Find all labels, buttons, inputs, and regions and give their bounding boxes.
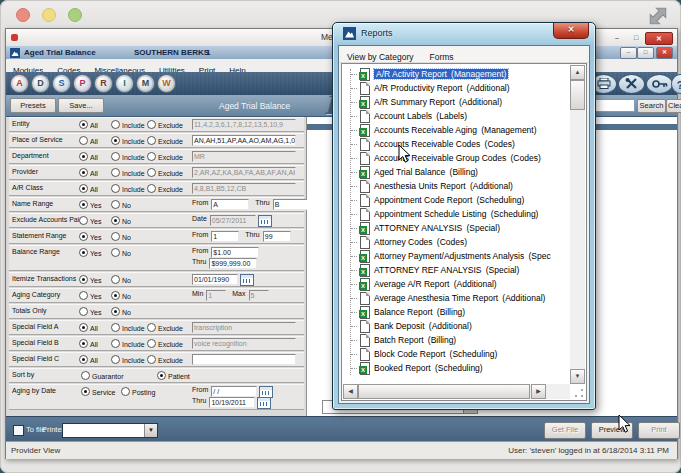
child-restore-button[interactable]: □ (637, 47, 654, 59)
radio-option-exclude[interactable]: Exclude (147, 184, 183, 193)
calendar-icon[interactable] (258, 215, 272, 227)
key-toolbar-button[interactable] (646, 74, 673, 94)
radio-unselected[interactable] (111, 323, 120, 332)
radio-option-include[interactable]: Include (111, 136, 145, 145)
radio-option-posting[interactable]: Posting (121, 387, 155, 396)
report-list-item[interactable]: XAccounts Receivable Aging (Management) (343, 123, 570, 137)
reports-close-button[interactable]: ✕ (553, 23, 589, 39)
radio-selected[interactable] (111, 216, 120, 225)
chevron-down-icon[interactable]: ▼ (144, 424, 157, 437)
radio-selected[interactable] (157, 371, 166, 380)
vertical-scrollbar[interactable]: ▲ ▼ (570, 65, 585, 384)
radio-option-all[interactable]: All (79, 168, 98, 177)
calendar-icon[interactable] (257, 397, 271, 409)
radio-selected[interactable] (81, 387, 90, 396)
resize-grip[interactable] (572, 386, 585, 399)
radio-selected[interactable] (79, 232, 88, 241)
report-list-item[interactable]: A/R Productivity Report (Additional) (343, 81, 570, 95)
text-field[interactable]: 2,AR,AZ,KA,BA,FA,AB,AF,AN,AK,AS, (192, 167, 296, 178)
clear-button[interactable]: Clear (666, 99, 681, 113)
report-list-item[interactable]: Appointment Code Report (Scheduling) (343, 193, 570, 207)
radio-unselected[interactable] (147, 339, 156, 348)
radio-selected[interactable] (111, 307, 120, 316)
toolbar-letter-button-d[interactable]: D (31, 74, 50, 93)
radio-selected[interactable] (111, 136, 120, 145)
radio-option-exclude[interactable]: Exclude (147, 339, 183, 348)
text-field[interactable]: / / (211, 386, 257, 397)
radio-unselected[interactable] (111, 200, 120, 209)
radio-option-include[interactable]: Include (111, 168, 145, 177)
report-list-item[interactable]: Block Code Report (Scheduling) (343, 347, 570, 361)
radio-unselected[interactable] (111, 184, 120, 193)
radio-option-patient[interactable]: Patient (157, 371, 190, 380)
radio-unselected[interactable] (111, 120, 120, 129)
text-field[interactable]: $999,999.00 (209, 258, 257, 269)
minimize-button[interactable]: – (609, 32, 625, 43)
report-list-item[interactable]: XATTORNEY REF ANALYSIS (Special) (343, 263, 570, 277)
text-field[interactable]: A (211, 199, 249, 210)
presets-button[interactable]: Presets (10, 98, 56, 113)
radio-option-all[interactable]: All (79, 184, 98, 193)
radio-option-include[interactable]: Include (111, 184, 145, 193)
radio-selected[interactable] (111, 291, 120, 300)
radio-option-include[interactable]: Include (111, 323, 145, 332)
radio-selected[interactable] (79, 120, 88, 129)
vertical-scroll-thumb[interactable] (570, 80, 585, 110)
radio-option-exclude[interactable]: Exclude (147, 323, 183, 332)
text-field[interactable]: 10/19/2011 (209, 397, 255, 408)
report-list-item[interactable]: Account Labels (Labels) (343, 109, 570, 123)
report-list-item[interactable]: Accounts Receivable Codes (Codes) (343, 137, 570, 151)
calendar-icon[interactable] (240, 274, 254, 286)
radio-option-include[interactable]: Include (111, 152, 145, 161)
radio-unselected[interactable] (147, 355, 156, 364)
printer-dropdown[interactable]: ▼ (62, 423, 158, 438)
radio-unselected[interactable] (111, 355, 120, 364)
reports-menu-forms[interactable]: Forms (421, 49, 461, 62)
radio-selected[interactable] (79, 248, 88, 257)
radio-option-no[interactable]: No (111, 216, 131, 225)
radio-option-service[interactable]: Service (81, 387, 115, 396)
radio-selected[interactable] (79, 355, 88, 364)
radio-option-no[interactable]: No (111, 200, 131, 209)
radio-unselected[interactable] (81, 371, 90, 380)
radio-option-no[interactable]: No (111, 275, 131, 284)
text-field[interactable]: 1 (211, 231, 239, 242)
radio-unselected[interactable] (147, 120, 156, 129)
radio-selected[interactable] (79, 275, 88, 284)
report-list-item[interactable]: XA/R Activity Report (Management) (343, 67, 570, 81)
radio-option-all[interactable]: All (79, 323, 98, 332)
radio-option-no[interactable]: No (111, 291, 131, 300)
radio-option-yes[interactable]: Yes (79, 200, 101, 209)
mac-minimize-button[interactable] (42, 8, 56, 22)
close-button[interactable]: ✕ (645, 32, 673, 45)
radio-selected[interactable] (79, 184, 88, 193)
search-input[interactable] (593, 99, 635, 112)
toolbar-letter-button-a[interactable]: A (10, 74, 29, 93)
radio-selected[interactable] (79, 152, 88, 161)
toolbar-letter-button-p[interactable]: P (73, 74, 92, 93)
radio-option-exclude[interactable]: Exclude (147, 136, 183, 145)
radio-option-exclude[interactable]: Exclude (147, 152, 183, 161)
text-field[interactable]: voice recognition (192, 338, 296, 349)
radio-unselected[interactable] (147, 184, 156, 193)
radio-option-all[interactable]: All (79, 152, 98, 161)
text-field[interactable]: 4,8,B1,B5,12,CB (192, 183, 296, 194)
radio-unselected[interactable] (111, 248, 120, 257)
radio-unselected[interactable] (147, 323, 156, 332)
mac-zoom-button[interactable] (68, 8, 82, 22)
text-field[interactable]: B (273, 199, 311, 210)
mac-close-button[interactable] (16, 8, 30, 22)
toolbar-letter-button-w[interactable]: W (157, 74, 176, 93)
report-list-item[interactable]: XA/R Summary Report (Additional) (343, 95, 570, 109)
report-list-item[interactable]: XAverage A/R Report (Additional) (343, 277, 570, 291)
radio-option-yes[interactable]: Yes (79, 232, 101, 241)
report-list-item[interactable]: Bank Deposit (Additional) (343, 319, 570, 333)
tools-toolbar-button[interactable] (618, 74, 645, 94)
radio-option-no[interactable]: No (111, 232, 131, 241)
search-button[interactable]: Search (637, 99, 666, 113)
text-field[interactable]: 99 (263, 231, 291, 242)
radio-option-no[interactable]: No (111, 248, 131, 257)
text-field[interactable]: transcription (192, 322, 296, 333)
radio-unselected[interactable] (147, 168, 156, 177)
radio-unselected[interactable] (111, 232, 120, 241)
